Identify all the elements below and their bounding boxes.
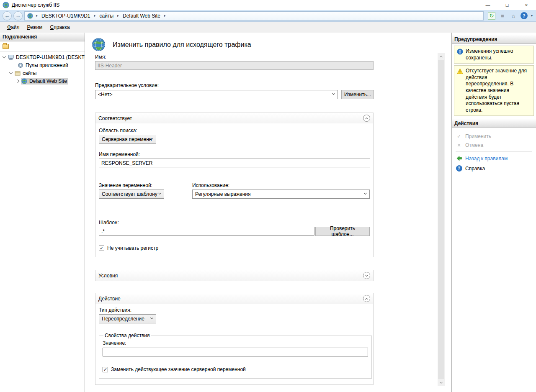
chevron-down-icon bbox=[150, 316, 153, 319]
action-section-header[interactable]: Действие bbox=[95, 293, 373, 304]
cancel-icon: × bbox=[456, 142, 462, 149]
name-input[interactable] bbox=[95, 61, 374, 70]
variable-name-input[interactable] bbox=[99, 159, 370, 167]
help-link[interactable]: ? Справка bbox=[456, 164, 532, 173]
collapse-section-button[interactable] bbox=[363, 295, 370, 302]
precondition-value: <Нет> bbox=[98, 92, 112, 97]
vertical-scrollbar[interactable] bbox=[438, 53, 445, 386]
action-properties-legend: Свойства действия bbox=[103, 333, 151, 338]
ignore-case-checkbox[interactable]: ✓ bbox=[99, 246, 104, 251]
menu-bar: Файл Режим Справка bbox=[0, 22, 536, 33]
scroll-up-button[interactable] bbox=[438, 53, 445, 60]
breadcrumb[interactable]: ▸ DESKTOP-U1MK9D1 ▸ сайты ▸ Default Web … bbox=[24, 11, 484, 20]
apply-button[interactable]: ✓ Применить bbox=[456, 132, 532, 141]
tree-item-label: Default Web Site bbox=[29, 78, 67, 84]
replace-value-label: Заменить действующее значение серверной … bbox=[111, 366, 246, 372]
actions-separator bbox=[456, 151, 532, 152]
change-precondition-button[interactable]: Изменить... bbox=[341, 90, 374, 99]
alert-warning-text: Отсутствует значение для действия переоп… bbox=[466, 68, 531, 113]
using-select[interactable]: Регулярные выражения bbox=[192, 190, 370, 199]
chevron-down-icon bbox=[332, 92, 335, 95]
tree-item-label: Пулы приложений bbox=[26, 62, 68, 68]
variable-value-select[interactable]: Соответствует шаблону bbox=[99, 190, 164, 199]
value-input[interactable] bbox=[103, 348, 368, 356]
maximize-button[interactable]: □ bbox=[497, 0, 517, 10]
globe-icon bbox=[27, 13, 33, 19]
collapse-section-button[interactable] bbox=[363, 115, 370, 122]
scroll-down-button[interactable] bbox=[438, 379, 445, 386]
scope-select[interactable]: Серверная переменн bbox=[99, 135, 156, 144]
test-pattern-button[interactable]: Проверить шаблон... bbox=[315, 227, 370, 236]
website-globe-icon bbox=[21, 78, 27, 84]
help-dropdown-arrow-icon[interactable]: ▾ bbox=[531, 14, 533, 18]
tree-item-sites[interactable]: сайты bbox=[0, 69, 85, 77]
menu-file[interactable]: Файл bbox=[3, 22, 23, 33]
chevron-collapsed-icon[interactable] bbox=[16, 79, 19, 82]
connections-panel: Подключения DESKTOP-U1MK9D1 (DESKTOP bbox=[0, 33, 85, 392]
conditions-section-header[interactable]: Условия bbox=[95, 270, 373, 281]
menu-view[interactable]: Режим bbox=[23, 22, 46, 33]
actions-list: ✓ Применить × Отмена Назад к правилам ? bbox=[452, 128, 536, 177]
action-type-select[interactable]: Переопределение bbox=[99, 314, 156, 323]
chevron-expanded-icon[interactable] bbox=[9, 71, 13, 74]
refresh-icon[interactable]: ↻ bbox=[488, 12, 495, 20]
home-icon[interactable]: ⌂ bbox=[510, 12, 517, 20]
back-arrow-icon bbox=[456, 155, 462, 161]
apply-icon: ✓ bbox=[456, 133, 462, 139]
breadcrumb-item-default-web-site[interactable]: Default Web Site bbox=[122, 13, 161, 19]
action-properties-group: Свойства действия Значение: ✓ Заменить д… bbox=[99, 333, 372, 379]
address-bar-icons: ↻ ■ ⌂ ? ▾ bbox=[485, 12, 533, 20]
expand-section-button[interactable] bbox=[363, 272, 370, 279]
match-section: Соответствует Область поиска: Серверная … bbox=[95, 113, 374, 257]
precondition-label: Предварительное условие: bbox=[95, 82, 430, 88]
connections-tree: DESKTOP-U1MK9D1 (DESKTOP Пулы приложений bbox=[0, 52, 85, 85]
breadcrumb-separator-icon: ▸ bbox=[93, 14, 97, 18]
folder-icon[interactable] bbox=[3, 44, 9, 49]
alert-info-text: Изменения успешно сохранены. bbox=[466, 48, 531, 61]
sites-folder-icon bbox=[15, 70, 21, 76]
conditions-section: Условия bbox=[95, 270, 374, 281]
connections-toolbar bbox=[0, 41, 85, 52]
scrollbar-thumb[interactable] bbox=[438, 60, 444, 379]
help-icon[interactable]: ? bbox=[521, 12, 528, 19]
alert-warning: Отсутствует значение для действия переоп… bbox=[454, 65, 534, 116]
action-section: Действие Тип действия: Переопределение С… bbox=[95, 293, 374, 385]
pattern-label: Шаблон: bbox=[99, 220, 370, 225]
variable-value-label: Значение переменной: bbox=[99, 182, 192, 188]
tree-item-default-web-site[interactable]: Default Web Site bbox=[0, 77, 85, 85]
breadcrumb-item-server[interactable]: DESKTOP-U1MK9D1 bbox=[41, 13, 91, 19]
pattern-input[interactable] bbox=[99, 227, 314, 236]
tree-item-label: DESKTOP-U1MK9D1 (DESKTOP bbox=[16, 54, 85, 60]
back-button[interactable]: ← bbox=[3, 11, 12, 20]
using-label: Использование: bbox=[192, 182, 370, 188]
title-bar: Диспетчер служб IIS — □ × bbox=[0, 0, 536, 10]
action-type-label: Тип действия: bbox=[99, 307, 370, 313]
window-title: Диспетчер служб IIS bbox=[12, 2, 59, 8]
forward-button[interactable]: → bbox=[13, 11, 23, 20]
cancel-button[interactable]: × Отмена bbox=[456, 141, 532, 149]
tree-item-app-pools[interactable]: Пулы приложений bbox=[0, 61, 85, 69]
minimize-button[interactable]: — bbox=[478, 0, 497, 10]
alerts-list: Изменения успешно сохранены. Отсутствует… bbox=[452, 44, 536, 119]
back-to-rules-link[interactable]: Назад к правилам bbox=[456, 154, 532, 163]
warning-icon bbox=[457, 68, 463, 74]
match-section-title: Соответствует bbox=[98, 115, 132, 121]
window-controls: — □ × bbox=[478, 0, 536, 10]
breadcrumb-item-sites[interactable]: сайты bbox=[99, 13, 115, 19]
close-button[interactable]: × bbox=[517, 0, 536, 10]
tree-item-server[interactable]: DESKTOP-U1MK9D1 (DESKTOP bbox=[0, 53, 85, 61]
replace-value-checkbox[interactable]: ✓ bbox=[103, 367, 108, 372]
apply-label: Применить bbox=[465, 133, 491, 139]
precondition-select[interactable]: <Нет> bbox=[95, 90, 338, 99]
chevron-expanded-icon[interactable] bbox=[3, 55, 6, 58]
stop-icon[interactable]: ■ bbox=[499, 12, 506, 20]
menu-help[interactable]: Справка bbox=[46, 22, 74, 33]
alerts-header: Предупреждения bbox=[452, 35, 536, 44]
action-type-value: Переопределение bbox=[102, 316, 144, 322]
alert-info: Изменения успешно сохранены. bbox=[454, 46, 534, 64]
conditions-section-title: Условия bbox=[98, 273, 118, 279]
chevron-down-icon bbox=[365, 274, 368, 277]
main-content-area: Изменить правило для исходящего трафика … bbox=[85, 33, 451, 392]
match-section-header[interactable]: Соответствует bbox=[95, 113, 373, 123]
chevron-up-icon bbox=[440, 55, 443, 58]
